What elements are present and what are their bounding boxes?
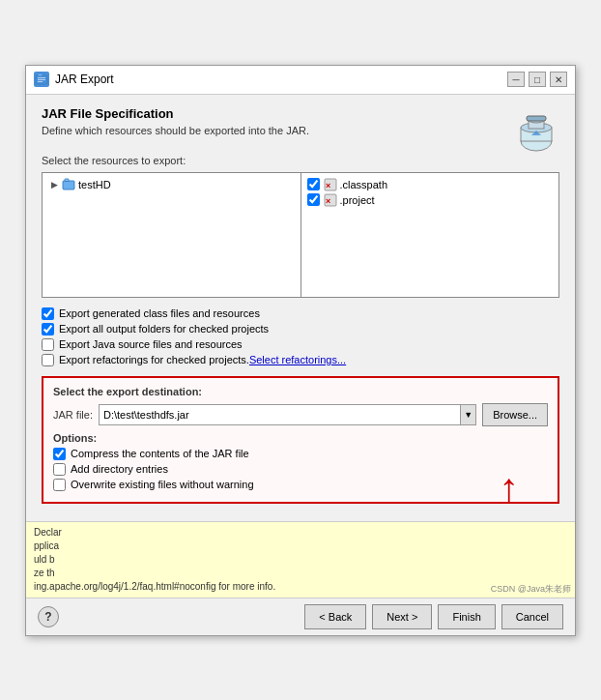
back-button[interactable]: < Back	[304, 604, 366, 629]
jar-file-row: JAR file: ▼ Browse...	[53, 403, 548, 426]
jar-file-dropdown-button[interactable]: ▼	[461, 404, 476, 425]
option-compress[interactable]: Compress the contents of the JAR file	[53, 448, 548, 460]
export-option-3-checkbox[interactable]	[42, 338, 54, 351]
dialog-icon	[34, 72, 49, 87]
watermark: CSDN @Java朱老师	[491, 583, 571, 596]
classpath-label: .classpath	[340, 179, 388, 190]
window-controls: ─ □ ✕	[507, 72, 567, 87]
svg-rect-2	[38, 77, 45, 78]
option-overwrite-checkbox[interactable]	[53, 479, 66, 491]
browse-button[interactable]: Browse...	[482, 403, 548, 426]
dialog-header: JAR File Specification Define which reso…	[42, 106, 559, 155]
export-option-4-checkbox[interactable]	[42, 354, 54, 366]
export-option-1[interactable]: Export generated class files and resourc…	[42, 307, 559, 320]
export-option-4[interactable]: Export refactorings for checked projects…	[42, 354, 559, 366]
jar-export-dialog: JAR Export ─ □ ✕ JAR File Specification …	[25, 65, 576, 636]
export-option-2[interactable]: Export all output folders for checked pr…	[42, 323, 559, 335]
svg-rect-13	[65, 179, 69, 182]
svg-rect-10	[527, 116, 546, 121]
resources-label: Select the resources to export:	[42, 155, 559, 166]
option-directory[interactable]: Add directory entries	[53, 463, 548, 476]
option-directory-label: Add directory entries	[71, 463, 168, 475]
svg-text:×: ×	[326, 196, 330, 206]
option-directory-checkbox[interactable]	[53, 463, 66, 476]
footer-right: < Back Next > Finish Cancel	[304, 604, 563, 629]
export-option-2-label: Export all output folders for checked pr…	[59, 323, 269, 335]
options-label: Options:	[53, 432, 548, 444]
export-option-1-checkbox[interactable]	[42, 307, 54, 320]
finish-button[interactable]: Finish	[438, 604, 495, 629]
resources-tree-panels: ▶ testHD ×	[42, 172, 559, 298]
svg-rect-4	[38, 81, 43, 82]
log-strip-container: Declar pplica uld b ze th ing.apache.org…	[26, 521, 575, 598]
export-destination-label: Select the export destination:	[53, 386, 548, 397]
jar-file-input-container: ▼	[99, 404, 476, 425]
svg-rect-1	[38, 73, 43, 76]
option-compress-checkbox[interactable]	[53, 448, 66, 460]
export-destination-section: Select the export destination: JAR file:…	[42, 376, 559, 504]
title-bar: JAR Export ─ □ ✕	[26, 66, 575, 95]
close-button[interactable]: ✕	[550, 72, 567, 87]
tree-panel-left[interactable]: ▶ testHD	[43, 173, 301, 297]
tree-item-label: testHD	[78, 179, 111, 190]
option-overwrite-label: Overwrite existing files without warning	[71, 479, 254, 490]
svg-rect-12	[63, 181, 74, 190]
next-button[interactable]: Next >	[372, 604, 432, 629]
export-options: Export generated class files and resourc…	[42, 307, 559, 366]
dialog-title: JAR Export	[55, 73, 507, 86]
jar-icon	[516, 106, 559, 155]
log-text-1: Declar	[34, 526, 567, 540]
footer-left: ?	[38, 606, 59, 627]
help-button[interactable]: ?	[38, 606, 59, 627]
dialog-footer: ? < Back Next > Finish Cancel	[26, 598, 575, 635]
log-url: ing.apache.org/log4j/1.2/faq.html#noconf…	[34, 580, 567, 594]
export-option-3[interactable]: Export Java source files and resources	[42, 338, 559, 351]
project-item[interactable]: × .project	[305, 192, 556, 208]
project-checkbox[interactable]	[307, 193, 320, 206]
select-refactorings-link[interactable]: Select refactorings...	[249, 354, 346, 365]
dialog-body: JAR File Specification Define which reso…	[26, 95, 575, 521]
option-compress-label: Compress the contents of the JAR file	[71, 448, 249, 459]
header-left: JAR File Specification Define which reso…	[42, 106, 506, 146]
svg-text:×: ×	[326, 181, 330, 190]
log-text-3: uld b	[34, 553, 567, 567]
cancel-button[interactable]: Cancel	[501, 604, 563, 629]
export-option-3-label: Export Java source files and resources	[59, 338, 243, 350]
expand-icon[interactable]: ▶	[48, 179, 60, 190]
page-title: JAR File Specification	[42, 106, 506, 121]
export-option-4-label: Export refactorings for checked projects…	[59, 354, 249, 365]
minimize-button[interactable]: ─	[507, 72, 525, 87]
jar-file-label: JAR file:	[53, 409, 93, 421]
log-text-2: pplica	[34, 540, 567, 553]
classpath-checkbox[interactable]	[307, 178, 320, 190]
export-option-1-label: Export generated class files and resourc…	[59, 307, 260, 319]
option-overwrite[interactable]: Overwrite existing files without warning	[53, 479, 548, 491]
svg-rect-3	[38, 79, 45, 80]
maximize-button[interactable]: □	[529, 72, 546, 87]
page-description: Define which resources should be exporte…	[42, 125, 506, 136]
tree-item-testhd[interactable]: ▶ testHD	[46, 177, 297, 192]
classpath-item[interactable]: × .classpath	[305, 177, 556, 192]
project-label: .project	[340, 194, 375, 206]
jar-file-input[interactable]	[99, 404, 461, 425]
tree-panel-right[interactable]: × .classpath × .project	[301, 173, 559, 297]
log-text-4: ze th	[34, 567, 567, 580]
export-option-2-checkbox[interactable]	[42, 323, 54, 335]
